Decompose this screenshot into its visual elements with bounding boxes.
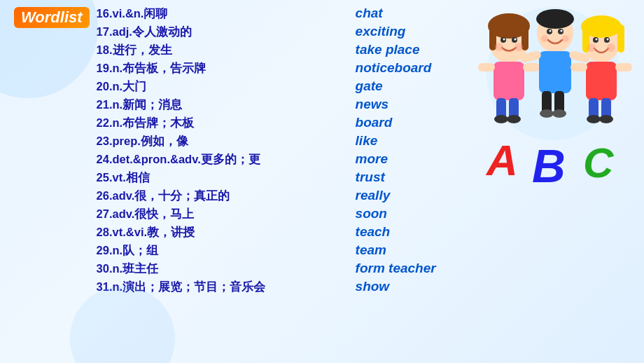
- left-panel: Wordlist 16.vi.&n.闲聊chat17.adj.令人激动的exci…: [0, 0, 462, 363]
- english-text-20: gate: [356, 78, 383, 94]
- svg-rect-44: [570, 63, 587, 71]
- main-container: Wordlist 16.vi.&n.闲聊chat17.adj.令人激动的exci…: [0, 0, 644, 363]
- svg-point-39: [596, 39, 598, 41]
- word-row-20: 20.n.大门gate: [97, 77, 436, 95]
- svg-rect-26: [539, 51, 571, 93]
- word-row-23: 23.prep.例如，像like: [97, 132, 436, 150]
- svg-point-42: [607, 43, 615, 52]
- word-row-28: 28.vt.&vi.教，讲授teach: [97, 223, 436, 241]
- svg-point-31: [540, 109, 554, 118]
- right-panel: A B C: [462, 0, 644, 363]
- english-text-31: show: [356, 279, 390, 294]
- chinese-text-27: 27.adv.很快，马上: [97, 207, 356, 222]
- word-row-19: 19.n.布告板，告示牌noticeboard: [97, 59, 436, 77]
- svg-point-16: [494, 115, 508, 123]
- word-row-16: 16.vi.&n.闲聊chat: [97, 4, 436, 22]
- svg-point-25: [562, 35, 569, 42]
- chinese-text-16: 16.vi.&n.闲聊: [97, 6, 356, 22]
- wordlist-badge: Wordlist: [14, 7, 90, 28]
- english-text-29: team: [356, 242, 386, 258]
- svg-point-40: [607, 39, 609, 41]
- svg-point-22: [550, 30, 552, 32]
- english-text-28: teach: [356, 224, 391, 240]
- english-text-19: noticeboard: [356, 60, 432, 76]
- svg-point-19: [536, 9, 574, 29]
- svg-point-49: [599, 115, 613, 123]
- chinese-text-28: 28.vt.&vi.教，讲授: [97, 225, 356, 240]
- svg-point-32: [552, 109, 566, 118]
- svg-point-8: [514, 39, 517, 41]
- english-text-26: really: [356, 188, 391, 203]
- badge-col: Wordlist: [14, 4, 97, 28]
- svg-point-17: [507, 115, 521, 123]
- word-row-21: 21.n.新闻；消息news: [97, 95, 436, 114]
- svg-point-24: [541, 35, 548, 42]
- word-row-24: 24.det.&pron.&adv.更多的；更more: [97, 150, 436, 168]
- word-row-17: 17.adj.令人激动的exciting: [97, 22, 436, 41]
- chinese-text-18: 18.进行，发生: [97, 43, 356, 58]
- svg-point-10: [514, 43, 523, 51]
- english-text-22: board: [356, 115, 393, 130]
- chinese-text-20: 20.n.大门: [97, 79, 356, 95]
- svg-rect-12: [478, 63, 495, 71]
- word-row-18: 18.进行，发生take place: [97, 41, 436, 59]
- english-text-16: chat: [356, 6, 383, 21]
- chinese-text-22: 22.n.布告牌；木板: [97, 116, 356, 131]
- svg-text:A: A: [485, 136, 518, 184]
- english-text-30: form teacher: [356, 261, 436, 276]
- chinese-text-23: 23.prep.例如，像: [97, 134, 356, 149]
- svg-point-41: [587, 43, 596, 52]
- word-row-29: 29.n.队；组team: [97, 241, 436, 259]
- word-row-25: 25.vt.相信trust: [97, 168, 436, 186]
- word-row-31: 31.n.演出；展览；节目；音乐会show: [97, 278, 436, 296]
- svg-rect-11: [493, 62, 524, 100]
- chinese-text-25: 25.vt.相信: [97, 170, 356, 186]
- top-section: Wordlist 16.vi.&n.闲聊chat17.adj.令人激动的exci…: [14, 4, 455, 296]
- english-text-23: like: [356, 133, 378, 149]
- chinese-text-31: 31.n.演出；展览；节目；音乐会: [97, 280, 356, 295]
- english-text-24: more: [356, 151, 388, 167]
- illustration: A B C: [465, 4, 640, 186]
- word-row-30: 30.n.班主任form teacher: [97, 259, 436, 278]
- svg-point-48: [587, 115, 601, 123]
- chinese-text-17: 17.adj.令人激动的: [97, 25, 356, 40]
- svg-rect-43: [586, 62, 617, 100]
- svg-rect-45: [615, 63, 632, 71]
- english-text-25: trust: [356, 170, 385, 185]
- chinese-text-24: 24.det.&pron.&adv.更多的；更: [97, 152, 356, 167]
- chinese-text-21: 21.n.新闻；消息: [97, 97, 356, 113]
- english-text-17: exciting: [356, 24, 406, 39]
- word-rows: 16.vi.&n.闲聊chat17.adj.令人激动的exciting18.进行…: [97, 4, 436, 296]
- svg-point-23: [561, 30, 563, 32]
- chinese-text-19: 19.n.布告板，告示牌: [97, 61, 356, 76]
- english-text-18: take place: [356, 42, 420, 57]
- svg-text:B: B: [532, 140, 566, 192]
- word-row-27: 27.adv.很快，马上soon: [97, 205, 436, 223]
- svg-point-7: [503, 39, 505, 41]
- english-text-21: news: [356, 97, 389, 112]
- svg-rect-36: [617, 25, 624, 53]
- chinese-text-30: 30.n.班主任: [97, 261, 356, 277]
- word-row-22: 22.n.布告牌；木板board: [97, 114, 436, 132]
- chinese-text-26: 26.adv.很，十分；真正的: [97, 189, 356, 204]
- svg-text:C: C: [583, 139, 615, 186]
- svg-point-9: [495, 43, 503, 51]
- chinese-text-29: 29.n.队；组: [97, 243, 356, 259]
- english-text-27: soon: [356, 206, 387, 221]
- word-row-26: 26.adv.很，十分；真正的really: [97, 186, 436, 205]
- svg-rect-13: [523, 63, 540, 71]
